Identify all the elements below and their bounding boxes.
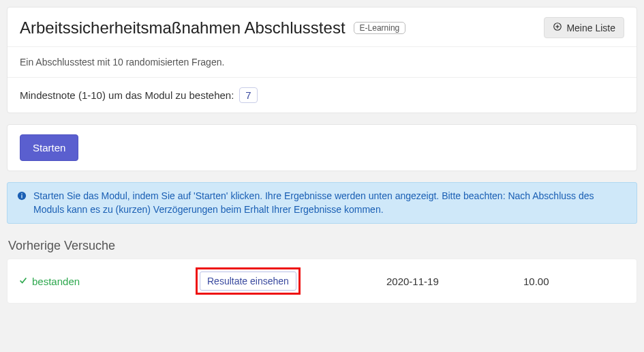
previous-attempts-heading: Vorherige Versuche <box>8 239 637 253</box>
my-list-label: Meine Liste <box>566 23 615 33</box>
attempt-score: 10.00 <box>523 276 626 287</box>
min-score-section: Mindestnote (1-10) um das Modul zu beste… <box>7 77 637 113</box>
status-text: bestanden <box>32 276 80 287</box>
info-icon <box>17 190 27 205</box>
plus-circle-icon <box>553 22 562 33</box>
my-list-button[interactable]: Meine Liste <box>544 17 624 38</box>
min-score-row: Mindestnote (1-10) um das Modul zu beste… <box>20 87 624 103</box>
start-card: Starten <box>7 124 637 171</box>
info-box: Starten Sie das Modul, indem Sie auf 'St… <box>7 182 637 224</box>
highlight-box: Resultate einsehen <box>196 267 301 295</box>
page-title: Arbeitssicherheitsmaßnahmen Abschlusstes… <box>20 18 346 38</box>
view-results-button[interactable]: Resultate einsehen <box>200 272 296 291</box>
description-text: Ein Abschlusstest mit 10 randomisierten … <box>20 57 224 68</box>
check-icon <box>18 276 28 287</box>
title-wrap: Arbeitssicherheitsmaßnahmen Abschlusstes… <box>20 18 405 38</box>
min-score-value: 7 <box>239 87 257 103</box>
attempt-table: bestanden Resultate einsehen 2020-11-19 … <box>7 259 637 304</box>
module-card: Arbeitssicherheitsmaßnahmen Abschlusstes… <box>7 7 637 113</box>
attempt-date: 2020-11-19 <box>386 276 523 287</box>
min-score-label: Mindestnote (1-10) um das Modul zu beste… <box>20 89 234 101</box>
card-header: Arbeitssicherheitsmaßnahmen Abschlusstes… <box>7 8 637 46</box>
description-section: Ein Abschlusstest mit 10 randomisierten … <box>7 46 637 77</box>
start-button[interactable]: Starten <box>20 134 78 161</box>
status-cell: bestanden <box>18 276 196 287</box>
results-cell: Resultate einsehen <box>196 267 386 295</box>
info-message: Starten Sie das Modul, indem Sie auf 'St… <box>33 190 627 216</box>
type-tag: E-Learning <box>354 22 406 34</box>
svg-rect-4 <box>21 195 22 199</box>
table-row: bestanden Resultate einsehen 2020-11-19 … <box>7 259 637 303</box>
svg-rect-5 <box>21 193 22 194</box>
